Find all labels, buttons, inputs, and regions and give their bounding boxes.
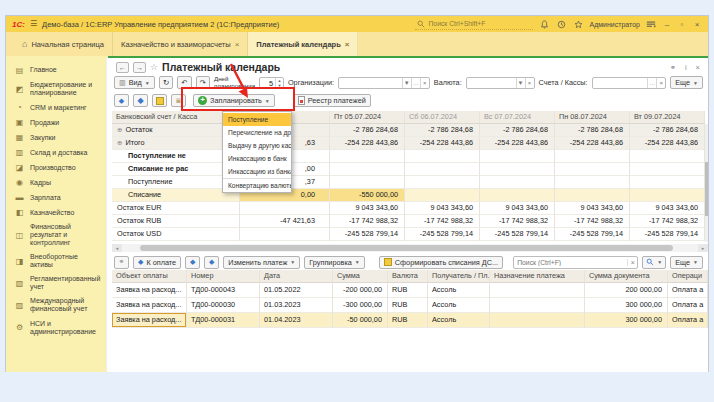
menu-item-Конвертацию валюты[interactable]: Конвертацию валюты	[223, 178, 291, 191]
sidebar-item-Закупки[interactable]: ▦Закупки	[6, 130, 106, 145]
history-icon[interactable]	[555, 18, 567, 30]
favorites-icon[interactable]	[572, 18, 584, 30]
postpone-button[interactable]: ◆	[185, 256, 200, 269]
calendar-row[interactable]: Остаток EUR9 043 343,609 043 343,609 043…	[112, 202, 708, 215]
more-button-bottom[interactable]: Еще▼	[670, 256, 703, 269]
payments-column-header[interactable]: Сумма	[333, 270, 388, 283]
calendar-date-header[interactable]: Вс 07.07.2024	[480, 111, 555, 124]
advance-button[interactable]: ◆	[204, 256, 219, 269]
grouping-button[interactable]: Группировка▼	[304, 256, 365, 269]
payments-column-header[interactable]: Валюта	[388, 270, 428, 283]
expand-icon[interactable]: ⊕	[117, 124, 122, 136]
calendar-row[interactable]: ⊕Итого,63-254 228 443,86-254 228 443,86-…	[112, 137, 708, 150]
sidebar-item-НСИ и администрирование[interactable]: ⚙НСИ и администрирование	[6, 317, 106, 339]
forward-button[interactable]: →	[133, 62, 146, 73]
minimize-button[interactable]: –	[662, 20, 672, 29]
close-button[interactable]: ×	[692, 20, 702, 29]
sidebar-item-Кадры[interactable]: ◉Кадры	[6, 175, 106, 190]
payment-registry-button[interactable]: Реестр платежей	[293, 94, 371, 107]
notifications-icon[interactable]	[538, 18, 550, 30]
menu-item-Перечисление на другой счет[interactable]: Перечисление на другой счет	[223, 126, 291, 139]
tab-Начальная страница[interactable]: ⌂Начальная страница	[14, 32, 113, 56]
move-payment-right-button[interactable]: ◆	[133, 94, 148, 107]
payments-row[interactable]: Заявка на расход...ТД00-00004301.05.2022…	[112, 283, 708, 298]
choose-icon[interactable]: …	[411, 78, 420, 88]
payments-column-header[interactable]: Номер	[187, 270, 260, 283]
info-icon[interactable]: i	[685, 63, 687, 72]
calendar-row[interactable]: Поступление,37	[112, 176, 708, 189]
more-button-top[interactable]: Еще▼	[670, 76, 703, 89]
sidebar-item-Зарплата[interactable]: ▬Зарплата	[6, 190, 106, 205]
clear-icon[interactable]: ×	[420, 78, 429, 88]
sidebar-item-Финансовый результат и контроллинг[interactable]: ◫Финансовый результат и контроллинг	[6, 220, 106, 250]
scroll-left-arrow[interactable]: ◂	[112, 244, 122, 252]
sidebar-item-Производство[interactable]: ◪Производство	[6, 160, 106, 175]
close-icon[interactable]: ×	[235, 40, 240, 49]
menu-item-Инкассацию из банка[interactable]: Инкассацию из банка	[223, 165, 291, 178]
menu-item-Инкассацию в банк[interactable]: Инкассацию в банк	[223, 152, 291, 165]
calendar-date-header[interactable]: Пт 05.07.2024	[330, 111, 405, 124]
calendar-row[interactable]: ⊕Остаток-2 786 284,68-2 786 284,68-2 786…	[112, 124, 708, 137]
payments-column-header[interactable]: Дата	[260, 270, 333, 283]
main-menu-icon[interactable]: ☰	[30, 20, 37, 28]
payments-row[interactable]: Заявка на расход...ТД00-00003101.04.2023…	[112, 313, 708, 328]
current-user[interactable]: Администратор	[589, 21, 640, 28]
choose-icon[interactable]: …	[647, 78, 656, 88]
to-pay-button[interactable]: ◆ К оплате	[133, 256, 181, 269]
payments-column-header[interactable]: Объект оплаты	[112, 270, 187, 283]
chevron-down-icon[interactable]: ▼	[402, 78, 411, 88]
calendar-row[interactable]: Остаток USD-245 528 799,14-245 528 799,1…	[112, 228, 708, 241]
calendar-date-header[interactable]: Вт 09.07.2024	[630, 111, 705, 124]
sidebar-item-Регламентированный учет[interactable]: ▧Регламентированный учет	[6, 272, 106, 294]
menu-item-Выдачу в другую кассу[interactable]: Выдачу в другую кассу	[223, 139, 291, 152]
payments-column-header[interactable]: Операци	[668, 270, 708, 283]
sidebar-item-Склад и доставка[interactable]: ▥Склад и доставка	[6, 145, 106, 160]
calendar-row[interactable]: Поступление не	[112, 150, 708, 163]
close-icon[interactable]: ×	[345, 40, 350, 49]
service-settings-icon[interactable]	[645, 18, 657, 30]
horizontal-scrollbar[interactable]: ◂ ▸	[112, 244, 708, 252]
close-page-icon[interactable]: ×	[696, 63, 700, 72]
link-button[interactable]: ⚭	[114, 256, 129, 269]
move-payment-left-button[interactable]: ◆	[114, 94, 129, 107]
global-search-input[interactable]: Поиск Ctrl+Shift+F	[415, 19, 533, 30]
accounts-field[interactable]: …×	[592, 77, 667, 89]
refresh-button[interactable]: ↻	[159, 76, 173, 89]
sidebar-item-Казначейство[interactable]: ◧Казначейство	[6, 205, 106, 220]
calendar-date-header[interactable]: Сб 06.07.2024	[405, 111, 480, 124]
edit-payment-button[interactable]: Изменить платеж▼	[223, 256, 300, 269]
scrollbar-thumb[interactable]	[705, 162, 708, 216]
payments-search[interactable]: ×	[513, 256, 638, 269]
expand-icon[interactable]: ⊕	[117, 137, 122, 149]
sidebar-item-Продажи[interactable]: ▣Продажи	[6, 115, 106, 130]
payments-column-header[interactable]: Сумма документа	[585, 270, 668, 283]
menu-item-Поступление[interactable]: Поступление	[223, 113, 291, 126]
sidebar-item-CRM и маркетинг[interactable]: ◔CRM и маркетинг	[6, 100, 106, 115]
view-button[interactable]: ▥ Вид▼	[114, 76, 155, 89]
maximize-button[interactable]: ▫	[677, 20, 687, 29]
scroll-right-arrow[interactable]: ▸	[698, 244, 708, 252]
calendar-first-col-header[interactable]: Банковский счет / Касса	[112, 111, 240, 124]
favorite-star-icon[interactable]: ☆	[150, 62, 158, 72]
payments-column-header[interactable]: Получатель / Пл...	[428, 270, 490, 283]
stepper-arrows-icon[interactable]: ▲▼	[275, 78, 283, 88]
organizations-field[interactable]: ▼…×	[338, 77, 430, 89]
chevron-down-icon[interactable]: ▼	[516, 78, 525, 88]
payments-row[interactable]: Заявка на расход...ТД00-00003001.03.2023…	[112, 298, 708, 313]
clear-icon[interactable]: ×	[656, 78, 665, 88]
payments-column-header[interactable]: Назначение платежа	[490, 270, 585, 283]
sidebar-item-Бюджетирование и планирование[interactable]: ◩Бюджетирование и планирование	[6, 78, 106, 100]
scrollbar-thumb[interactable]	[140, 245, 673, 251]
get-link-icon[interactable]: ⚭	[670, 63, 676, 72]
tab-Казначейство и взаиморасчеты[interactable]: Казначейство и взаиморасчеты×	[113, 32, 248, 56]
payments-search-input[interactable]	[514, 259, 627, 266]
tab-Платежный календарь[interactable]: Платежный календарь×	[248, 32, 358, 56]
search-settings-button[interactable]: ▼	[642, 256, 666, 269]
vertical-scrollbar[interactable]	[705, 124, 708, 242]
calendar-row[interactable]: Остаток RUB-47 421,63-17 742 988,32-17 7…	[112, 215, 708, 228]
form-writeoffs-button[interactable]: Сформировать списания ДС...	[379, 256, 503, 269]
clear-icon[interactable]: ×	[525, 78, 534, 88]
clear-icon[interactable]: ×	[627, 259, 637, 266]
sidebar-item-Внеоборотные активы[interactable]: ◨Внеоборотные активы	[6, 250, 106, 272]
back-button[interactable]: ←	[116, 62, 129, 73]
